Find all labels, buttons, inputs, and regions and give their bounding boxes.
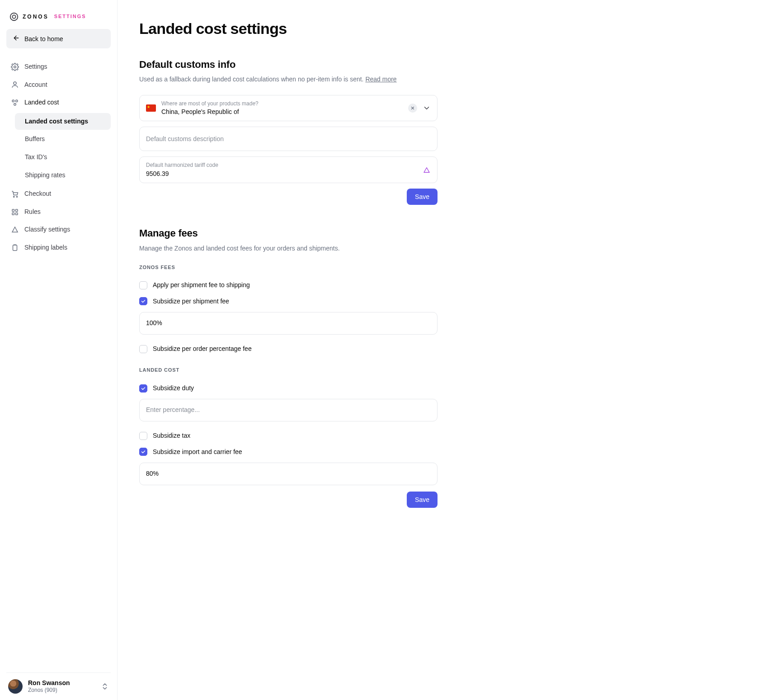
svg-point-8	[14, 196, 14, 197]
subnav-tax-ids[interactable]: Tax ID's	[15, 149, 111, 166]
save-customs-button[interactable]: Save	[407, 189, 438, 205]
user-icon	[11, 80, 19, 89]
save-fees-button[interactable]: Save	[407, 492, 438, 508]
svg-point-5	[12, 100, 14, 102]
svg-point-6	[16, 100, 18, 102]
svg-point-0	[10, 13, 18, 21]
origin-value: China, People's Republic of	[161, 108, 403, 117]
subsidize-tax-checkbox[interactable]	[139, 432, 147, 440]
customs-description-field[interactable]	[139, 127, 438, 151]
sidebar-item-rules[interactable]: Rules	[6, 203, 111, 221]
subnav-landed-cost-settings[interactable]: Landed cost settings	[15, 113, 111, 130]
sidebar-item-settings[interactable]: Settings	[6, 58, 111, 76]
subsidize-import-checkbox[interactable]	[139, 448, 147, 456]
avatar	[8, 679, 23, 694]
sidebar-item-checkout[interactable]: Checkout	[6, 185, 111, 203]
subnav-buffers[interactable]: Buffers	[15, 131, 111, 148]
classify-triangle-icon	[423, 166, 431, 174]
user-org: Zonos (909)	[28, 687, 95, 693]
checkbox-row-subsidize-tax: Subsidize tax	[139, 428, 438, 444]
chevron-down-icon	[423, 104, 431, 112]
tariff-field[interactable]: Default harmonized tariff code	[139, 156, 438, 183]
clipboard-icon	[11, 244, 19, 252]
sidebar-item-label: Shipping labels	[24, 243, 67, 252]
sidebar-item-label: Account	[24, 80, 47, 90]
user-name: Ron Swanson	[28, 679, 95, 687]
subnav-label: Landed cost settings	[25, 118, 88, 125]
sidebar-item-landed-cost[interactable]: Landed cost	[6, 94, 111, 111]
check-label: Subsidize import and carrier fee	[153, 448, 242, 457]
subsidize-per-order-checkbox[interactable]	[139, 345, 147, 353]
landed-cost-header: LANDED COST	[139, 367, 438, 374]
check-label: Apply per shipment fee to shipping	[153, 281, 250, 290]
section-desc-fees: Manage the Zonos and landed cost fees fo…	[139, 244, 438, 253]
per-shipment-pct-input[interactable]	[146, 319, 431, 326]
check-label: Subsidize tax	[153, 431, 190, 440]
landed-cost-icon	[11, 99, 19, 107]
grid-icon	[11, 208, 19, 216]
svg-point-1	[12, 15, 15, 18]
svg-point-9	[16, 196, 17, 197]
svg-rect-13	[16, 213, 18, 215]
back-label: Back to home	[24, 35, 63, 43]
zonos-logo-icon	[9, 12, 19, 22]
tariff-label: Default harmonized tariff code	[146, 161, 417, 169]
section-heading-fees: Manage fees	[139, 227, 438, 241]
brand-name: ZONOS	[23, 13, 49, 21]
user-block: Ron Swanson Zonos (909)	[28, 679, 95, 693]
origin-label: Where are most of your products made?	[161, 100, 403, 108]
brand-row: ZONOS SETTINGS	[6, 9, 111, 29]
apply-per-shipment-checkbox[interactable]	[139, 281, 147, 289]
chevrons-up-down-icon	[101, 682, 109, 691]
page-title: Landed cost settings	[139, 18, 557, 40]
gear-icon	[11, 63, 19, 71]
section-fees: Manage fees Manage the Zonos and landed …	[139, 227, 438, 508]
checkbox-row-subsidize-per-shipment: Subsidize per shipment fee	[139, 293, 438, 310]
subnav-label: Shipping rates	[25, 171, 66, 179]
back-to-home-button[interactable]: Back to home	[6, 29, 111, 48]
svg-point-4	[14, 82, 16, 85]
user-switcher[interactable]: Ron Swanson Zonos (909)	[6, 672, 111, 694]
check-label: Subsidize per shipment fee	[153, 297, 229, 306]
per-shipment-pct-field[interactable]	[139, 312, 438, 335]
main-content: Landed cost settings Default customs inf…	[118, 0, 579, 700]
brand-section: SETTINGS	[54, 13, 86, 20]
subsidize-per-shipment-checkbox[interactable]	[139, 297, 147, 305]
tariff-input[interactable]	[146, 169, 417, 178]
svg-point-3	[14, 66, 16, 68]
arrow-left-icon	[13, 34, 20, 43]
subnav-shipping-rates[interactable]: Shipping rates	[15, 167, 111, 184]
origin-select[interactable]: Where are most of your products made? Ch…	[139, 95, 438, 121]
checkbox-row-subsidize-import: Subsidize import and carrier fee	[139, 444, 438, 460]
svg-rect-14	[13, 245, 17, 251]
sidebar-item-label: Landed cost	[24, 98, 59, 107]
svg-rect-12	[12, 213, 14, 215]
triangle-icon	[11, 226, 19, 234]
read-more-link[interactable]: Read more	[365, 76, 396, 83]
import-pct-input[interactable]	[146, 470, 431, 477]
subsidize-duty-checkbox[interactable]	[139, 384, 147, 393]
subnav-label: Tax ID's	[25, 153, 47, 161]
sidebar-item-shipping-labels[interactable]: Shipping labels	[6, 239, 111, 256]
primary-nav: Settings Account Landed cost Landed cost…	[6, 58, 111, 256]
import-pct-field[interactable]	[139, 463, 438, 485]
svg-rect-11	[16, 209, 18, 212]
sidebar-item-classify[interactable]: Classify settings	[6, 221, 111, 238]
duty-pct-input[interactable]	[146, 406, 431, 413]
svg-rect-10	[12, 209, 14, 212]
desc-text: Used as a fallback during landed cost ca…	[139, 76, 365, 83]
customs-description-input[interactable]	[146, 132, 431, 146]
svg-point-7	[14, 103, 16, 105]
landed-cost-subnav: Landed cost settings Buffers Tax ID's Sh…	[14, 113, 111, 184]
duty-pct-field[interactable]	[139, 399, 438, 421]
sidebar-item-label: Checkout	[24, 189, 51, 199]
cart-icon	[11, 190, 19, 198]
sidebar-item-label: Rules	[24, 208, 41, 217]
clear-icon[interactable]	[408, 104, 417, 113]
check-label: Subsidize per order percentage fee	[153, 345, 252, 354]
sidebar-item-label: Classify settings	[24, 225, 70, 234]
subnav-label: Buffers	[25, 135, 45, 142]
checkbox-row-subsidize-per-order: Subsidize per order percentage fee	[139, 341, 438, 357]
sidebar: ZONOS SETTINGS Back to home Settings Acc…	[0, 0, 118, 700]
sidebar-item-account[interactable]: Account	[6, 76, 111, 94]
